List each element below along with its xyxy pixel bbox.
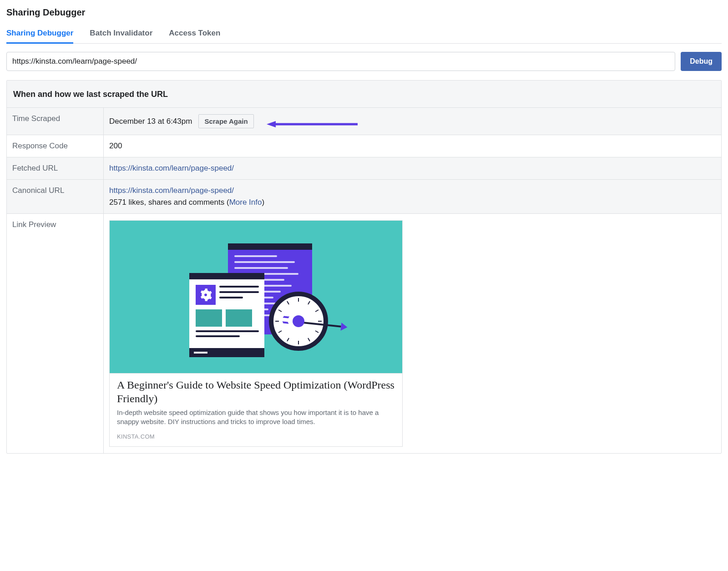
svg-line-5 xyxy=(315,310,318,312)
scrape-panel: When and how we last scraped the URL Tim… xyxy=(6,80,722,454)
row-link-preview: Link Preview xyxy=(7,214,721,453)
speedometer-icon xyxy=(269,292,328,351)
panel-header: When and how we last scraped the URL xyxy=(7,81,721,108)
more-info-link[interactable]: More Info xyxy=(229,198,262,207)
browser-window-icon xyxy=(189,273,264,357)
canonical-stats: 2571 likes, shares and comments (More In… xyxy=(109,198,716,207)
tab-sharing-debugger[interactable]: Sharing Debugger xyxy=(6,24,73,43)
svg-line-13 xyxy=(278,310,282,312)
row-response-code: Response Code 200 xyxy=(7,135,721,157)
stats-suffix: ) xyxy=(262,198,264,207)
url-input[interactable] xyxy=(6,52,675,71)
svg-marker-1 xyxy=(267,121,276,127)
preview-image xyxy=(110,221,402,374)
label-link-preview: Link Preview xyxy=(7,214,104,453)
scrape-again-button[interactable]: Scrape Again xyxy=(198,114,253,128)
label-time-scraped: Time Scraped xyxy=(7,108,104,135)
tab-access-token[interactable]: Access Token xyxy=(169,24,220,43)
row-fetched-url: Fetched URL https://kinsta.com/learn/pag… xyxy=(7,157,721,180)
svg-line-8 xyxy=(308,338,310,341)
gear-icon xyxy=(196,285,216,305)
preview-title: A Beginner's Guide to Website Speed Opti… xyxy=(117,378,395,405)
preview-description: In-depth website speed optimization guid… xyxy=(117,408,395,427)
svg-line-10 xyxy=(287,338,289,341)
label-canonical-url: Canonical URL xyxy=(7,180,104,213)
label-fetched-url: Fetched URL xyxy=(7,157,104,179)
tab-batch-invalidator[interactable]: Batch Invalidator xyxy=(90,24,152,43)
url-row: Debug xyxy=(6,44,722,80)
annotation-arrow-icon xyxy=(267,120,358,123)
link-preview-card[interactable]: A Beginner's Guide to Website Speed Opti… xyxy=(109,220,403,447)
debug-button[interactable]: Debug xyxy=(681,52,722,71)
label-response-code: Response Code xyxy=(7,135,104,157)
svg-line-7 xyxy=(315,331,318,333)
preview-domain: KINSTA.COM xyxy=(117,433,395,440)
value-time-scraped: December 13 at 6:43pm xyxy=(109,117,192,126)
svg-line-4 xyxy=(308,301,310,304)
page-title: Sharing Debugger xyxy=(6,5,722,24)
stats-prefix: 2571 likes, shares and comments ( xyxy=(109,198,229,207)
value-canonical-url[interactable]: https://kinsta.com/learn/page-speed/ xyxy=(109,186,716,195)
value-response-code: 200 xyxy=(109,141,716,151)
tabs: Sharing Debugger Batch Invalidator Acces… xyxy=(6,24,722,44)
row-canonical-url: Canonical URL https://kinsta.com/learn/p… xyxy=(7,180,721,214)
svg-line-14 xyxy=(287,301,289,304)
value-fetched-url[interactable]: https://kinsta.com/learn/page-speed/ xyxy=(109,164,716,173)
svg-line-11 xyxy=(278,331,282,333)
row-time-scraped: Time Scraped December 13 at 6:43pm Scrap… xyxy=(7,108,721,135)
svg-point-2 xyxy=(204,293,207,296)
